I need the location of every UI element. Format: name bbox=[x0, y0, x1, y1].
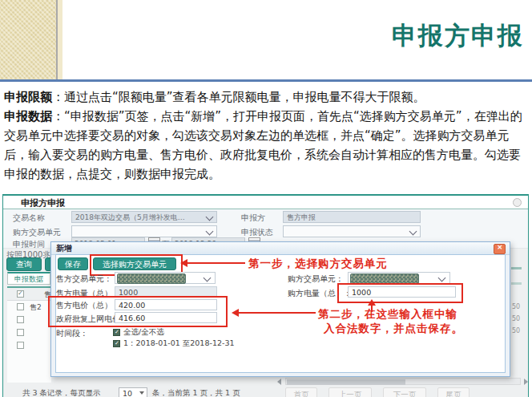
scrollbar-thumb[interactable] bbox=[287, 379, 405, 385]
chevron-down-icon bbox=[204, 274, 212, 282]
annotation-step1: 第一步，选择购方交易单元 bbox=[248, 257, 388, 271]
window-title: 申报方申报 bbox=[21, 197, 65, 209]
trade-name-select[interactable]: 2018年双边交易（5月增补发电… bbox=[71, 211, 217, 223]
chevron-down-icon bbox=[206, 213, 214, 221]
row-checkbox[interactable] bbox=[17, 329, 24, 336]
chevron-down-icon bbox=[206, 228, 214, 236]
modal-titlebar: 新增 bbox=[51, 242, 510, 255]
pagination-summary-prefix: 共 3 条记录，每页显示 bbox=[22, 388, 101, 397]
annotation-arrow-step2 bbox=[239, 312, 316, 314]
query-button[interactable]: 查询 bbox=[6, 257, 42, 271]
select-all-period-checkbox[interactable] bbox=[113, 329, 120, 336]
paragraph-limit-text: ：通过点击“限额电量”查看各单元限额电量，申报电量不得大于限额。 bbox=[52, 90, 425, 104]
chevron-down-icon bbox=[409, 228, 417, 236]
horizontal-scrollbar[interactable] bbox=[285, 378, 521, 385]
declarer-field[interactable]: 售方申报 bbox=[283, 211, 421, 223]
row-checkbox[interactable] bbox=[17, 342, 24, 349]
prev-page-button[interactable]: 上一页 bbox=[328, 387, 372, 397]
annotation-step2-line2: 入合法数字，并点击保存。 bbox=[324, 322, 463, 336]
slide-body: 申报限额：通过点击“限额电量”查看各单元限额电量，申报电量不得大于限额。 申报数… bbox=[4, 87, 529, 184]
row-checkbox[interactable] bbox=[17, 316, 24, 323]
sidebar-strip bbox=[58, 0, 62, 79]
buyer-unit-select[interactable] bbox=[348, 272, 450, 284]
header-rule bbox=[0, 79, 532, 82]
censored-value bbox=[117, 273, 186, 284]
new-entry-modal: 新增 保存 选择购方交易单元 第一步，选择购方交易单元 售方交易单元： 售方电量… bbox=[50, 241, 510, 377]
table-row-fragment: 售2 bbox=[30, 302, 42, 313]
paragraph-data: 申报数据：“申报数据”页签，点击“新增”，打开申报页面，首先点“选择购方交易单元… bbox=[4, 107, 529, 184]
status-select[interactable] bbox=[283, 225, 421, 237]
buyer-unit-select[interactable] bbox=[71, 225, 217, 237]
modal-title: 新增 bbox=[56, 243, 72, 254]
scroll-left-icon[interactable] bbox=[277, 379, 281, 385]
table-fragment-dash bbox=[511, 267, 522, 269]
table-cell-fragment: 50 bbox=[512, 303, 520, 310]
annotation-box-step2-left bbox=[48, 296, 228, 327]
declarer-value: 售方申报 bbox=[287, 213, 316, 221]
select-all-checkbox[interactable] bbox=[17, 290, 24, 298]
paragraph-limit: 申报限额：通过点击“限额电量”查看各单元限额电量，申报电量不得大于限额。 bbox=[4, 87, 529, 107]
slide-title: 申报方申报 bbox=[392, 19, 524, 53]
period-label: 时间段： bbox=[56, 328, 88, 339]
table-row[interactable]: 售2 bbox=[7, 301, 51, 313]
table-fragment-dash bbox=[511, 282, 522, 285]
status-label: 申报状态 bbox=[241, 227, 273, 238]
seller-unit-label: 售方交易单元： bbox=[56, 273, 112, 285]
table-cell-fragment: 50 bbox=[512, 327, 520, 334]
paragraph-data-text: ：“申报数据”页签，点击“新增”，打开申报页面，首先点“选择购方交易单元”，在弹… bbox=[4, 109, 522, 181]
annotation-step2-line1: 第二步，在这些输入框中输 bbox=[318, 307, 457, 322]
table-cell-fragment: 50 bbox=[512, 315, 520, 322]
next-page-button[interactable]: 下一页 bbox=[383, 387, 426, 397]
tab-declare-data[interactable]: 申报数据 bbox=[7, 272, 50, 285]
last-page-button[interactable]: 尾页 bbox=[437, 387, 470, 397]
data-table-fragment: 售 售2 bbox=[7, 286, 51, 383]
annotation-box-buyer-qty bbox=[337, 283, 463, 303]
sidebar-decoration bbox=[0, 0, 56, 79]
buyer-unit-label: 购方交易单元 bbox=[13, 227, 61, 238]
pagination-summary-suffix: 条，当前第 1 页，共 1 页 bbox=[152, 388, 240, 397]
paragraph-limit-lead: 申报限额 bbox=[4, 90, 52, 104]
period-option-all: 全选/全不选 bbox=[123, 327, 164, 338]
slide: 申报方申报 申报限额：通过点击“限额电量”查看各单元限额电量，申报电量不得大于限… bbox=[0, 0, 532, 397]
scroll-right-icon[interactable] bbox=[524, 379, 528, 385]
table-header-row: 售 bbox=[7, 288, 51, 301]
caret-down-icon bbox=[139, 391, 144, 395]
paragraph-data-lead: 申报数据 bbox=[4, 109, 52, 124]
page-size-select[interactable]: 10 bbox=[119, 387, 147, 397]
window-titlebar: 申报方申报 bbox=[3, 196, 528, 209]
period-1-checkbox[interactable] bbox=[113, 340, 120, 347]
modal-close-icon[interactable] bbox=[494, 244, 506, 254]
row-checkbox[interactable] bbox=[17, 303, 24, 310]
trade-name-value: 2018年双边交易（5月增补发电… bbox=[75, 213, 185, 221]
declare-time-label: 申报时间 bbox=[13, 239, 45, 250]
window-close-icon[interactable] bbox=[513, 198, 522, 207]
page-size-value: 10 bbox=[123, 389, 132, 397]
chevron-down-icon bbox=[438, 274, 446, 282]
trade-name-label: 交易名称 bbox=[13, 213, 45, 224]
annotation-arrow-step1 bbox=[187, 262, 245, 264]
declarer-label: 申报方 bbox=[241, 213, 265, 224]
first-page-button[interactable]: 首页 bbox=[285, 387, 317, 397]
period-option-1: 1：2018-01-01 至2018-12-31 bbox=[123, 338, 234, 349]
buyer-unit-label: 购方交易单元： bbox=[288, 273, 344, 285]
save-button[interactable]: 保存 bbox=[58, 257, 88, 270]
seller-unit-select[interactable] bbox=[115, 272, 216, 284]
